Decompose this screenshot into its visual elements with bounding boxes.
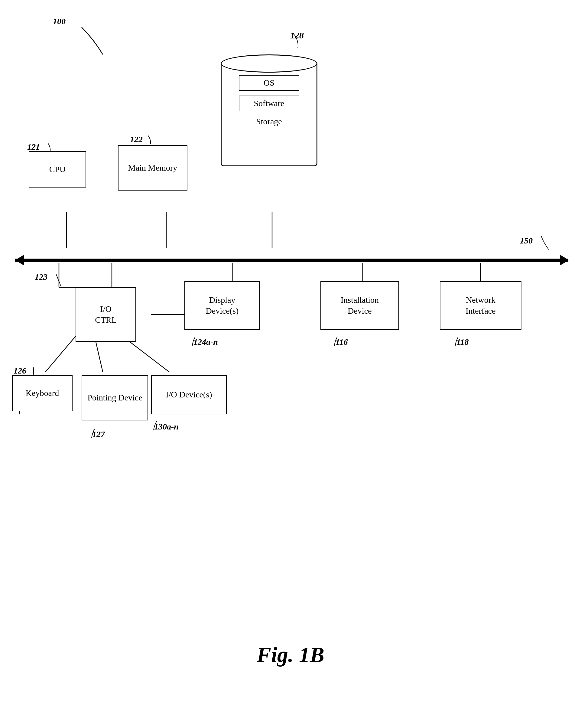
- keyboard-box: Keyboard: [12, 375, 73, 411]
- ref-118-arrow: [452, 335, 461, 347]
- svg-line-7: [45, 333, 79, 372]
- ref-127-arrow: [89, 427, 101, 439]
- ref-126: 126: [13, 366, 26, 375]
- ref-123-arrow: [50, 271, 68, 289]
- figure-label: Fig. 1B: [0, 643, 581, 668]
- software-box: Software: [239, 96, 299, 111]
- ref-128-arrow: [251, 29, 311, 53]
- os-box: OS: [239, 75, 299, 91]
- ref-130an-arrow: [150, 420, 163, 432]
- installation-device-box: InstallationDevice: [321, 281, 399, 330]
- network-interface-box: NetworkInterface: [440, 281, 521, 330]
- ref-116-arrow: [331, 335, 340, 347]
- ref-122: 122: [130, 135, 143, 144]
- display-device-box: DisplayDevice(s): [185, 281, 260, 330]
- cylinder-body: OS Software Storage: [221, 63, 317, 166]
- io-devices-box: I/O Device(s): [151, 375, 227, 414]
- diagram-container: 100 128 OS Software Storage CPU 121 Main…: [0, 0, 581, 728]
- ref-100: 100: [53, 17, 65, 26]
- ref-121: 121: [27, 142, 40, 152]
- bus-arrowhead-right: [560, 255, 569, 265]
- io-ctrl-box: I/OCTRL: [76, 287, 136, 342]
- ref-150-arrow: [532, 233, 556, 251]
- main-memory-box: Main Memory: [118, 145, 187, 190]
- cpu-box: CPU: [29, 151, 86, 187]
- ref-123: 123: [35, 272, 48, 282]
- ref-126-arrow: [27, 364, 42, 376]
- storage-component: 128 OS Software Storage: [221, 45, 317, 166]
- storage-label: Storage: [256, 117, 282, 126]
- ref-121-arrow: [42, 140, 60, 152]
- ref-124an-arrow: [189, 335, 198, 347]
- cylinder-top: [221, 54, 317, 73]
- pointing-device-box: Pointing Device: [82, 375, 148, 420]
- system-bus: [15, 259, 568, 262]
- ref-122-arrow: [142, 132, 166, 145]
- ref-150: 150: [520, 236, 533, 245]
